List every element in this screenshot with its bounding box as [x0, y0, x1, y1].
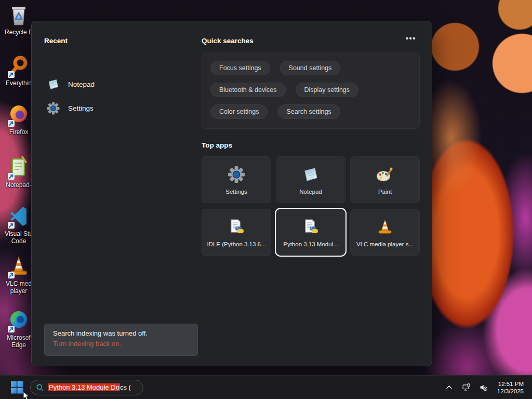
taskbar-search-box[interactable]: Python 3.13 Module Docs ( — [30, 380, 143, 395]
top-apps-grid: Settings Notepad Paint IDLE (Python 3.13… — [202, 156, 421, 256]
notepad-plus-icon — [7, 156, 31, 180]
vlc-cone-icon — [376, 218, 394, 236]
shortcut-arrow-icon — [8, 71, 15, 78]
quick-search-pill-search-settings[interactable]: Search settings — [277, 104, 340, 119]
app-tile-label: Notepad — [299, 189, 322, 195]
taskbar-clock[interactable]: 12:51 PM 12/3/2025 — [494, 380, 527, 395]
recent-item-label: Notepad — [68, 81, 95, 88]
app-tile-paint[interactable]: Paint — [350, 156, 420, 203]
app-tile-label: Paint — [378, 189, 392, 195]
search-query-rest: cs ( — [120, 383, 131, 391]
quick-search-pill-bluetooth-devices[interactable]: Bluetooth & devices — [210, 83, 286, 97]
python-doc-icon — [301, 218, 320, 236]
recycle-bin-icon — [7, 3, 31, 27]
shortcut-arrow-icon — [8, 120, 15, 127]
app-tile-python-module-docs-selected[interactable]: Python 3.13 Modul... — [276, 209, 345, 256]
quick-search-pill-display-settings[interactable]: Display settings — [296, 83, 359, 97]
recent-item-notepad[interactable]: Notepad — [46, 75, 176, 93]
settings-gear-icon — [227, 165, 246, 184]
edge-icon — [7, 309, 31, 332]
search-icon — [36, 383, 44, 392]
quick-search-pill-color-settings[interactable]: Color settings — [210, 104, 268, 119]
shortcut-arrow-icon — [8, 173, 15, 180]
network-status-button[interactable] — [460, 380, 473, 395]
volume-muted-icon — [479, 383, 488, 392]
search-query-text: Python 3.13 Module Docs ( — [48, 383, 131, 391]
search-flyout-panel: Recent Notepad Settings Quick searches •… — [31, 21, 432, 366]
turn-indexing-on-link[interactable]: Turn indexing back on. — [53, 340, 189, 348]
clock-time: 12:51 PM — [497, 380, 524, 388]
shortcut-arrow-icon — [8, 326, 15, 332]
settings-gear-icon — [46, 101, 60, 115]
windows-logo-icon — [10, 381, 23, 394]
clock-date: 12/3/2025 — [497, 388, 524, 395]
notepad-icon — [301, 165, 320, 184]
vlc-cone-icon — [7, 255, 31, 278]
shortcut-arrow-icon — [8, 272, 15, 278]
vscode-icon — [7, 205, 31, 229]
indexing-notification: Search indexing was turned off. Turn ind… — [44, 324, 198, 356]
recent-header: Recent — [44, 37, 68, 45]
app-tile-label: IDLE (Python 3.13 6... — [207, 241, 265, 247]
top-apps-header: Top apps — [202, 141, 232, 149]
quick-search-pill-sound-settings[interactable]: Sound settings — [280, 61, 341, 75]
app-tile-idle-python[interactable]: IDLE (Python 3.13 6... — [202, 209, 271, 256]
quick-search-pill-focus-settings[interactable]: Focus settings — [210, 61, 270, 75]
volume-status-button[interactable] — [477, 380, 490, 395]
hidden-icons-chevron[interactable] — [443, 380, 456, 395]
search-query-highlighted: Python 3.13 Module Do — [48, 383, 120, 391]
everything-search-icon — [7, 54, 31, 78]
notepad-icon — [46, 77, 60, 91]
system-tray: 12:51 PM 12/3/2025 — [443, 380, 532, 395]
ethernet-network-icon — [462, 383, 471, 392]
recent-item-label: Settings — [68, 104, 94, 112]
app-tile-notepad[interactable]: Notepad — [276, 156, 345, 203]
recent-item-settings[interactable]: Settings — [46, 99, 176, 117]
chevron-up-icon — [445, 383, 454, 392]
app-tile-label: Settings — [225, 189, 247, 195]
shortcut-arrow-icon — [8, 222, 15, 229]
firefox-icon — [7, 103, 31, 127]
app-tile-settings[interactable]: Settings — [202, 156, 271, 203]
taskbar: Python 3.13 Module Docs ( 12:51 PM — [0, 375, 532, 399]
app-tile-vlc-skinned[interactable]: VLC media player s... — [350, 209, 420, 256]
quick-searches-header: Quick searches — [202, 37, 254, 45]
more-options-icon[interactable]: ••• — [406, 36, 416, 41]
app-tile-label: VLC media player s... — [356, 241, 414, 247]
paint-icon — [376, 165, 394, 184]
mouse-cursor — [23, 391, 30, 399]
quick-searches-card: Focus settings Sound settings Bluetooth … — [202, 52, 420, 129]
app-tile-label: Python 3.13 Modul... — [283, 241, 338, 247]
python-doc-icon — [227, 218, 246, 236]
indexing-notification-text: Search indexing was turned off. — [53, 329, 189, 337]
